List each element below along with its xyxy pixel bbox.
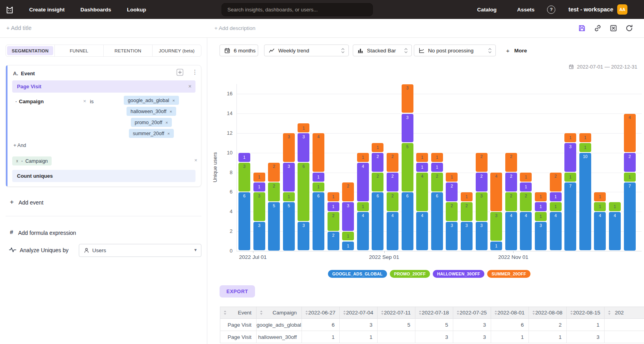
formula-hash-icon[interactable]: # [10, 229, 13, 235]
aggregation-selector[interactable]: Count uniques [12, 170, 195, 182]
filter-value-chip[interactable]: halloween_30off× [127, 107, 176, 116]
table-header-cell[interactable]: 2022-07-25 [453, 307, 491, 319]
add-formula-button[interactable]: Add formula expression [18, 230, 76, 236]
add-description-field[interactable]: + Add description [214, 25, 255, 31]
legend-item-promo_20off[interactable]: PROMO_20OFF [390, 270, 430, 278]
bar-segment-summer_20off[interactable]: 2 [342, 182, 354, 201]
sort-icon[interactable] [608, 310, 611, 315]
table-header-cell[interactable]: Campaign [257, 307, 302, 319]
remove-filter-icon[interactable]: × [83, 98, 86, 104]
bar-segment-summer_20off[interactable]: 1 [461, 192, 473, 201]
bar-segment-google_ads_global[interactable]: 10 [579, 153, 591, 250]
bar-segment-promo_20off[interactable]: 2 [446, 202, 458, 221]
add-and-condition[interactable]: + And [13, 143, 26, 148]
legend-item-google_ads_global[interactable]: GOOGLE_ADS_GLOBAL [328, 270, 387, 278]
breakdown-chip[interactable]: x · Campaign [12, 156, 52, 165]
remove-value-icon[interactable]: × [169, 109, 172, 114]
bar-segment-promo_20off[interactable]: 2 [505, 192, 517, 211]
bar-segment-promo_20off[interactable]: 6 [298, 163, 309, 221]
bar-segment-summer_20off[interactable]: 1 [594, 192, 606, 201]
bar-segment-promo_20off[interactable]: 2 [520, 192, 532, 211]
bar-segment-google_ads_global[interactable]: 6 [372, 192, 383, 251]
bar-segment-promo_20off[interactable]: 1 [564, 173, 576, 182]
bar-segment-halloween_30off[interactable]: 3 [402, 114, 413, 143]
event-menu-icon[interactable]: ⋮ [192, 69, 198, 75]
add-event-button[interactable]: Add event [19, 199, 43, 206]
remove-event-icon[interactable]: × [188, 83, 192, 89]
bar-segment-summer_20off[interactable]: 1 [416, 153, 428, 162]
bar-segment-google_ads_global[interactable]: 4 [609, 212, 621, 251]
tab-journey[interactable]: JOURNEY (beta) [152, 45, 201, 56]
bar-segment-summer_20off[interactable]: 1 [579, 133, 591, 142]
filter-field[interactable]: Campaign [19, 99, 44, 104]
bar-segment-promo_20off[interactable]: 1 [579, 143, 591, 152]
sort-icon[interactable] [456, 310, 460, 315]
bar-segment-promo_20off[interactable]: 2 [328, 212, 339, 231]
bar-segment-promo_20off[interactable]: 3 [476, 192, 488, 221]
bar-segment-google_ads_global[interactable]: 5 [268, 202, 280, 251]
bar-segment-halloween_30off[interactable]: 2 [624, 153, 636, 172]
avatar[interactable]: AA [617, 4, 627, 15]
bar-segment-summer_20off[interactable]: 1 [253, 173, 265, 182]
table-header-cell[interactable]: 2022-07-04 [340, 307, 378, 319]
table-header-cell[interactable]: 2022-08-01 [491, 307, 529, 319]
bar-segment-google_ads_global[interactable]: 3 [253, 222, 265, 251]
bar-segment-summer_20off[interactable]: 1 [372, 143, 383, 152]
bar-segment-summer_20off[interactable]: 1 [535, 192, 547, 201]
bar-segment-google_ads_global[interactable]: 4 [505, 212, 517, 251]
table-header-cell[interactable]: Event [220, 307, 257, 319]
table-header-cell[interactable]: 2022-07-11 [378, 307, 415, 319]
bar-segment-google_ads_global[interactable]: 1 [490, 242, 502, 251]
search-input[interactable] [221, 3, 373, 16]
bar-segment-google_ads_global[interactable]: 6 [431, 192, 443, 251]
bar-segment-promo_20off[interactable]: 2 [268, 182, 280, 201]
bar-segment-halloween_30off[interactable]: 1 [431, 163, 443, 172]
sort-icon[interactable] [260, 310, 263, 315]
bar-segment-promo_20off[interactable]: 1 [283, 192, 295, 201]
tab-retention[interactable]: RETENTION [103, 45, 152, 56]
bar-segment-promo_20off[interactable]: 4 [416, 173, 428, 211]
bar-segment-promo_20off[interactable]: 2 [387, 192, 398, 211]
sort-icon[interactable] [381, 310, 384, 315]
bar-segment-halloween_30off[interactable]: 1 [328, 202, 339, 211]
sort-icon[interactable] [532, 310, 535, 315]
event-selector[interactable]: Page Visit × [12, 80, 195, 93]
bar-segment-halloween_30off[interactable]: 1 [416, 163, 428, 172]
sort-icon[interactable] [419, 310, 422, 315]
tab-segmentation[interactable]: SEGMENTATION [6, 45, 54, 56]
bar-segment-promo_20off[interactable]: 2 [372, 173, 383, 192]
bar-segment-summer_20off[interactable]: 2 [268, 163, 280, 182]
bar-segment-halloween_30off[interactable]: 1 [313, 173, 324, 182]
bar-segment-summer_20off[interactable]: 4 [624, 114, 636, 152]
sort-icon[interactable] [343, 310, 346, 315]
bar-segment-halloween_30off[interactable]: 2 [476, 173, 488, 192]
bar-segment-promo_20off[interactable]: 3 [253, 192, 265, 221]
filter-value-chip[interactable]: promo_20off× [131, 118, 172, 127]
bar-segment-halloween_30off[interactable]: 1 [520, 182, 532, 192]
bar-segment-google_ads_global[interactable]: 7 [624, 182, 636, 251]
add-event-plus-icon[interactable]: + [10, 198, 14, 206]
sort-icon[interactable] [570, 310, 573, 315]
bar-segment-halloween_30off[interactable]: 3 [564, 143, 576, 172]
bar-segment-promo_20off[interactable]: 1 [313, 182, 324, 192]
save-icon[interactable] [578, 24, 586, 32]
duplicate-event-icon[interactable] [176, 69, 184, 76]
bar-segment-google_ads_global[interactable]: 7 [564, 182, 576, 251]
table-header-cell[interactable]: 2022-07-18 [415, 307, 453, 319]
bar-segment-summer_20off[interactable]: 1 [564, 133, 576, 142]
bar-segment-halloween_30off[interactable]: 3 [298, 133, 309, 162]
bar-segment-google_ads_global[interactable]: 3 [461, 222, 473, 251]
bar-segment-google_ads_global[interactable]: 3 [298, 222, 309, 251]
cat-logo-icon[interactable] [4, 4, 15, 15]
sort-icon[interactable] [494, 310, 497, 315]
bar-segment-google_ads_global[interactable]: 4 [387, 212, 398, 251]
bar-segment-google_ads_global[interactable]: 5 [283, 202, 295, 251]
close-square-icon[interactable] [610, 24, 617, 32]
table-header-cell[interactable]: 2022-06-27 [302, 307, 340, 319]
bar-segment-promo_20off[interactable]: 5 [402, 143, 413, 192]
nav-link-catalog[interactable]: Catalog [477, 7, 497, 13]
analyze-by-select[interactable]: Users ▾ [79, 244, 201, 257]
bar-segment-promo_20off[interactable]: 2 [431, 173, 443, 192]
breakdown-remove-icon[interactable]: x [16, 159, 18, 163]
bar-segment-summer_20off[interactable]: 1 [298, 123, 309, 132]
